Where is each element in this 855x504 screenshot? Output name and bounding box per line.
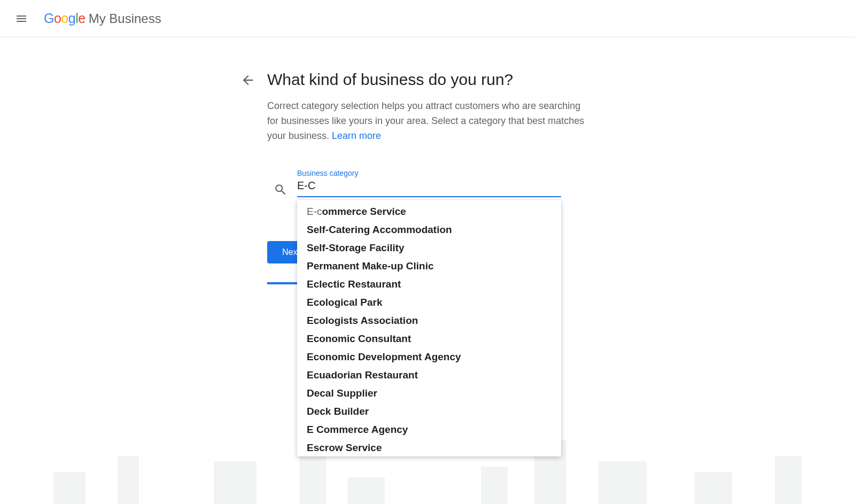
autocomplete-option[interactable]: E-commerce Service bbox=[297, 200, 561, 221]
svg-rect-2 bbox=[214, 461, 256, 504]
page-subtitle: Correct category selection helps you att… bbox=[267, 98, 588, 143]
autocomplete-option[interactable]: Economic Development Agency bbox=[297, 348, 561, 366]
subtitle-text: Correct category selection helps you att… bbox=[267, 100, 584, 141]
autocomplete-option[interactable]: Ecuadorian Restaurant bbox=[297, 366, 561, 384]
svg-rect-5 bbox=[481, 467, 508, 504]
google-logo: Google bbox=[44, 11, 86, 26]
product-name: My Business bbox=[89, 11, 161, 26]
autocomplete-option[interactable]: Escrow Service bbox=[297, 439, 561, 456]
match-prefix: E-c bbox=[307, 206, 322, 217]
autocomplete-option[interactable]: Ecologists Association bbox=[297, 312, 561, 330]
menu-icon[interactable] bbox=[10, 7, 33, 30]
autocomplete-option[interactable]: E Commerce Agency bbox=[297, 421, 561, 439]
svg-rect-9 bbox=[775, 456, 802, 504]
logo: Google My Business bbox=[44, 11, 161, 26]
autocomplete-option[interactable]: Self-Catering Accommodation bbox=[297, 221, 561, 239]
svg-rect-4 bbox=[347, 477, 385, 504]
autocomplete-option[interactable]: Self-Storage Facility bbox=[297, 239, 561, 257]
search-icon bbox=[274, 183, 287, 199]
category-field: Business category Next E-commerce Servic… bbox=[267, 169, 588, 197]
field-label: Business category bbox=[297, 169, 358, 177]
setup-panel: What kind of business do you run? Correc… bbox=[267, 69, 588, 197]
svg-rect-0 bbox=[53, 472, 86, 504]
main-content: What kind of business do you run? Correc… bbox=[0, 37, 855, 197]
learn-more-link[interactable]: Learn more bbox=[332, 130, 381, 141]
autocomplete-option[interactable]: Deck Builder bbox=[297, 402, 561, 421]
option-rest: ommerce Service bbox=[322, 206, 406, 217]
autocomplete-option[interactable]: Eclectic Restaurant bbox=[297, 275, 561, 293]
back-button[interactable] bbox=[240, 73, 255, 90]
page-title: What kind of business do you run? bbox=[267, 69, 588, 90]
svg-rect-1 bbox=[118, 456, 139, 504]
autocomplete-dropdown: E-commerce Service Self-Catering Accommo… bbox=[297, 200, 561, 456]
app-header: Google My Business bbox=[0, 0, 855, 37]
autocomplete-option[interactable]: Economic Consultant bbox=[297, 330, 561, 348]
autocomplete-option[interactable]: Permanent Make-up Clinic bbox=[297, 257, 561, 275]
svg-rect-8 bbox=[695, 472, 732, 504]
autocomplete-option[interactable]: Ecological Park bbox=[297, 293, 561, 312]
autocomplete-option[interactable]: Decal Supplier bbox=[297, 384, 561, 402]
svg-rect-7 bbox=[598, 461, 647, 504]
arrow-left-icon bbox=[240, 73, 255, 88]
